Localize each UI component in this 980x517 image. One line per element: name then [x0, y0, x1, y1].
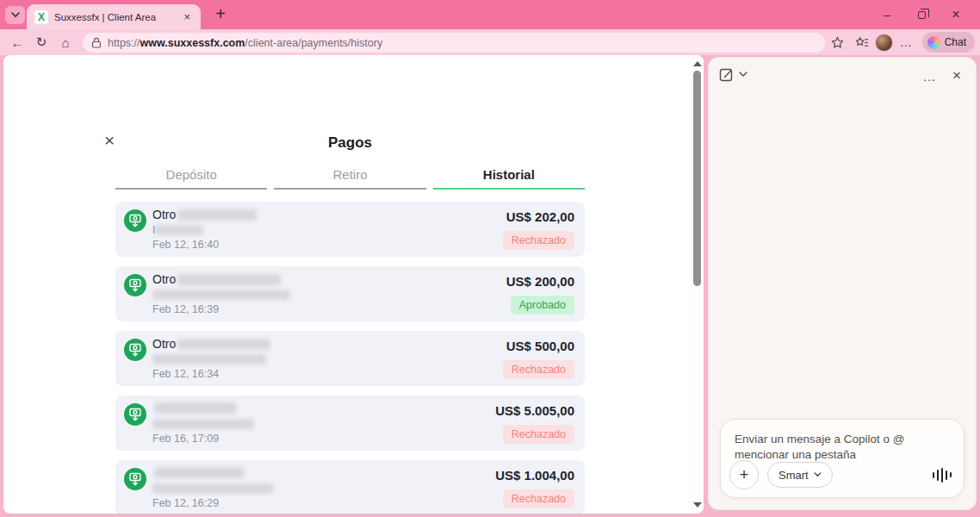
browser-titlebar: X Suxxessfx | Client Area × + – ×: [0, 0, 980, 29]
deposit-icon: [124, 468, 146, 490]
new-tab-button[interactable]: +: [209, 3, 232, 25]
copilot-sidebar: … × Enviar un mensaje a Copilot o @ menc…: [708, 57, 977, 510]
payment-row[interactable]: Otro Feb 12, 16:39 US$ 200,00 Aprobado: [115, 266, 585, 321]
status-badge: Rechazado: [503, 231, 574, 250]
copilot-menu-icon[interactable]: …: [919, 65, 940, 86]
payment-amount: US$ 500,00: [506, 339, 574, 353]
url-text: https://www.suxxessfx.com/client-area/pa…: [108, 37, 382, 49]
status-badge: Rechazado: [503, 425, 574, 444]
home-button[interactable]: ⌂: [53, 35, 78, 50]
scrollbar-thumb[interactable]: [693, 71, 701, 286]
tab-retiro[interactable]: Retiro: [274, 167, 425, 190]
browser-tab[interactable]: X Suxxessfx | Client Area ×: [27, 4, 201, 29]
status-badge: Rechazado: [503, 360, 574, 379]
payment-date: Feb 16, 17:09: [152, 433, 219, 445]
close-window-button[interactable]: ×: [939, 0, 973, 29]
browser-menu-icon[interactable]: …: [895, 31, 917, 53]
copilot-input[interactable]: Enviar un mensaje a Copilot o @ menciona…: [721, 420, 964, 463]
url-domain: www.suxxessfx.com: [140, 37, 245, 49]
payment-date: Feb 12, 16:40: [152, 240, 219, 251]
status-badge: Rechazado: [503, 489, 574, 508]
back-button[interactable]: ←: [5, 35, 29, 50]
favorite-star-icon[interactable]: [827, 31, 849, 53]
chevron-down-icon: [11, 12, 20, 18]
payment-amount: US$ 200,00: [506, 274, 574, 289]
payment-row[interactable]: Feb 12, 16:29 US$ 1.004,00 Rechazado: [115, 460, 585, 514]
payment-row[interactable]: Otro I Feb 12, 16:40 US$ 202,00 Rechazad…: [115, 202, 585, 257]
minimize-button[interactable]: –: [870, 0, 904, 29]
vertical-scrollbar[interactable]: [691, 55, 704, 514]
url-scheme: https://: [108, 37, 140, 49]
payment-row[interactable]: Otro Feb 12, 16:34 US$ 500,00 Rechazado: [115, 331, 585, 386]
deposit-icon: [124, 403, 146, 426]
copilot-close-icon[interactable]: ×: [946, 65, 967, 86]
browser-toolbar: ← ↻ ⌂ https://www.suxxessfx.com/client-a…: [0, 29, 980, 55]
tab-close-icon[interactable]: ×: [181, 10, 193, 23]
payment-row[interactable]: Feb 16, 17:09 US$ 5.005,00 Rechazado: [115, 396, 585, 451]
payment-date: Feb 12, 16:34: [152, 369, 219, 380]
modal-title: Pagos: [115, 134, 585, 152]
deposit-icon: [124, 209, 146, 232]
voice-input-icon[interactable]: [933, 468, 952, 483]
url-path: /client-area/payments/history: [245, 37, 382, 49]
lock-icon: [91, 37, 102, 48]
chevron-down-icon: [739, 72, 747, 78]
chat-button-label: Chat: [945, 36, 966, 48]
attach-plus-button[interactable]: +: [729, 460, 759, 489]
payment-title: Otro: [152, 273, 176, 285]
tab-search-button[interactable]: [5, 6, 25, 24]
window-controls: – ×: [870, 0, 973, 29]
restore-icon: [918, 11, 926, 19]
redacted-text: [177, 339, 270, 350]
payment-date: Feb 12, 16:29: [152, 498, 219, 509]
copilot-chat-button[interactable]: Chat: [922, 32, 975, 53]
payments-tabs: Depósito Retiro Historial: [115, 167, 585, 190]
copilot-logo-icon: [927, 36, 940, 49]
modal-close-icon[interactable]: ×: [104, 131, 115, 149]
chevron-down-icon: [814, 472, 822, 477]
refresh-button[interactable]: ↻: [29, 34, 53, 50]
toolbar-right: … Chat: [827, 29, 980, 55]
address-bar[interactable]: https://www.suxxessfx.com/client-area/pa…: [83, 33, 825, 53]
payment-amount: US$ 5.005,00: [495, 403, 574, 418]
payment-amount: US$ 202,00: [506, 209, 574, 224]
redacted-text: [154, 402, 237, 414]
deposit-icon: [124, 339, 146, 361]
site-favicon: X: [34, 10, 48, 24]
tab-historial[interactable]: Historial: [433, 167, 585, 190]
smart-mode-label: Smart: [778, 469, 809, 482]
redacted-text: [152, 290, 290, 300]
redacted-text: [154, 467, 244, 478]
payment-title: Otro: [152, 338, 176, 350]
scroll-down-icon[interactable]: [693, 502, 702, 508]
new-chat-button[interactable]: [719, 67, 747, 82]
copilot-header: … ×: [709, 58, 976, 92]
redacted-text: [152, 354, 266, 364]
payment-date: Feb 12, 16:39: [152, 304, 219, 315]
copilot-header-actions: … ×: [919, 65, 967, 86]
smart-mode-dropdown[interactable]: Smart: [767, 462, 833, 488]
deposit-icon: [124, 274, 146, 296]
copilot-input-toolbar: + Smart: [729, 460, 952, 489]
page-content-panel: × Pagos Depósito Retiro Historial Otro I…: [3, 55, 704, 514]
redacted-text: [152, 483, 273, 494]
scroll-up-icon[interactable]: [693, 61, 702, 66]
redacted-text: [177, 274, 281, 285]
payment-amount: US$ 1.004,00: [495, 468, 574, 483]
redacted-text: [155, 225, 203, 235]
payments-list: Otro I Feb 12, 16:40 US$ 202,00 Rechazad…: [115, 202, 585, 514]
restore-button[interactable]: [904, 0, 939, 29]
favorites-list-icon[interactable]: [851, 31, 873, 53]
tab-deposito[interactable]: Depósito: [115, 167, 267, 190]
payment-title: Otro: [152, 209, 176, 221]
redacted-text: [177, 209, 257, 221]
status-badge: Aprobado: [511, 296, 574, 315]
tab-title: Suxxessfx | Client Area: [54, 12, 181, 22]
profile-avatar[interactable]: [875, 34, 893, 52]
redacted-text: [152, 419, 254, 429]
copilot-input-card: Enviar un mensaje a Copilot o @ menciona…: [720, 419, 964, 498]
compose-icon: [719, 67, 734, 82]
